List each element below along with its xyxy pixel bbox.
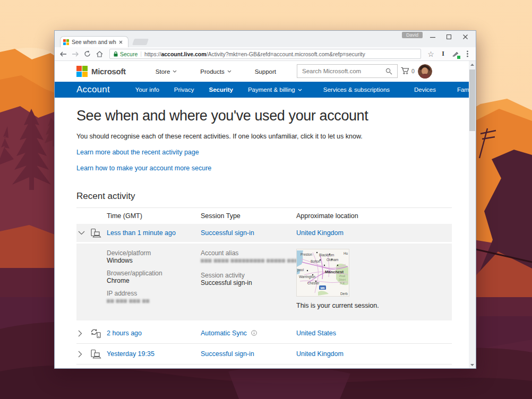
current-session-caption: This is your current session. — [296, 302, 379, 309]
table-row[interactable]: Less than 1 minute ago Successful sign-i… — [76, 224, 452, 242]
row-type-link[interactable]: Automatic Sync — [201, 329, 247, 337]
nav-security[interactable]: Security — [202, 86, 241, 93]
tab-close-icon[interactable] — [119, 40, 123, 44]
account-nav: Account Your info Privacy Security Payme… — [55, 82, 469, 98]
nav-payment-billing[interactable]: Payment & billing — [241, 86, 310, 93]
device-icon — [90, 228, 107, 238]
extension-i-icon[interactable]: I — [439, 49, 448, 58]
table-header-row: Time (GMT) Session Type Approximate loca… — [76, 208, 452, 224]
padlock-icon — [114, 51, 118, 57]
col-location: Approximate location — [296, 212, 452, 220]
sync-icon — [90, 328, 107, 339]
url-scheme: https:// — [144, 51, 161, 57]
map-label-chester: Chester — [307, 281, 320, 285]
page-scrollbar[interactable] — [469, 61, 476, 368]
url-separator: | — [140, 51, 142, 57]
microsoft-logo-icon — [76, 66, 88, 77]
close-button[interactable] — [457, 32, 474, 42]
header-nav-store[interactable]: Store — [144, 68, 189, 75]
info-icon[interactable] — [251, 330, 257, 336]
avatar[interactable] — [418, 64, 432, 79]
map-label-distri: Distri — [338, 278, 346, 281]
device-platform-value: Windows — [107, 257, 162, 264]
minimize-button[interactable] — [424, 32, 441, 42]
header-nav-support[interactable]: Support — [243, 68, 288, 75]
search-placeholder: Search Microsoft.com — [302, 68, 361, 74]
nav-your-info[interactable]: Your info — [128, 86, 167, 93]
link-learn-activity-page[interactable]: Learn more about the recent activity pag… — [76, 149, 447, 156]
url-path: /Activity?mkt=en-GB&refd=account.microso… — [207, 51, 365, 57]
map-label-hu: Hu — [344, 251, 348, 255]
url-bar[interactable]: Secure | https://account.live.com/Activi… — [109, 49, 421, 59]
cart-count: 0 — [411, 68, 415, 74]
row-location-link[interactable]: United States — [296, 329, 452, 337]
chevron-down-icon — [298, 89, 302, 91]
table-row[interactable]: Yesterday 19:35 Successful sign-in Unite… — [76, 344, 452, 365]
map-label-preston: Preston — [301, 253, 312, 256]
url-text[interactable]: https://account.live.com/Activity?mkt=en… — [144, 51, 365, 57]
session-detail-panel: Device/platform Windows Browser/applicat… — [76, 244, 452, 320]
browser-application-value: Chrome — [107, 277, 162, 284]
url-host: account.live.com — [161, 51, 206, 57]
microsoft-logo-text: Microsoft — [91, 67, 126, 76]
nav-privacy[interactable]: Privacy — [167, 86, 202, 93]
account-brand[interactable]: Account — [76, 84, 110, 95]
scroll-down-icon[interactable] — [469, 361, 476, 368]
activity-table: Time (GMT) Session Type Approximate loca… — [76, 207, 452, 368]
section-title: Recent activity — [76, 191, 447, 202]
location-map[interactable]: Preston Blackburn Hu Bolton Oldham pool … — [296, 249, 349, 297]
page-title: See when and where you've used your acco… — [76, 108, 447, 124]
row-location-link[interactable]: United Kingdom — [296, 350, 452, 358]
scroll-up-icon[interactable] — [469, 61, 476, 68]
tab-title: See when and where you — [72, 39, 116, 45]
row-time-link[interactable]: Less than 1 minute ago — [107, 229, 201, 237]
maximize-button[interactable] — [441, 32, 457, 42]
row-type-link[interactable]: Successful sign-in — [201, 350, 296, 358]
table-row[interactable]: 2 hours ago Automatic Sync — [76, 323, 452, 344]
map-label-warrington: Warrington — [299, 275, 315, 279]
map-label-pool: pool — [297, 268, 304, 272]
extension-badge — [457, 56, 460, 59]
row-time-link[interactable]: Yesterday 19:35 — [107, 350, 201, 358]
nav-services-subscriptions[interactable]: Services & subscriptions — [310, 86, 397, 93]
row-location-link[interactable]: United Kingdom — [296, 229, 452, 237]
col-time: Time (GMT) — [107, 212, 201, 220]
device-icon — [90, 349, 107, 359]
secure-badge[interactable]: Secure — [114, 51, 138, 57]
search-input[interactable]: Search Microsoft.com — [297, 64, 398, 78]
intro-text: You should recognise each of these recen… — [76, 133, 447, 140]
nav-devices[interactable]: Devices — [397, 86, 443, 93]
row-time-link[interactable]: 2 hours ago — [107, 329, 201, 337]
header-nav-products[interactable]: Products — [188, 68, 243, 75]
browser-application-label: Browser/application — [107, 270, 162, 277]
ip-address-label: IP address — [107, 290, 162, 297]
microsoft-logo[interactable]: Microsoft — [76, 66, 126, 77]
microsoft-header: Microsoft Store Products Support — [55, 61, 469, 82]
ip-address-redacted: ▆▆ ▆▆▆ ▆▆▆ ▆▆ — [107, 297, 162, 305]
row-type-link[interactable]: Successful sign-in — [201, 229, 296, 237]
extension-pen-icon[interactable] — [451, 49, 460, 58]
menu-dots-icon[interactable] — [463, 49, 472, 58]
home-button[interactable] — [95, 49, 104, 58]
browser-tab[interactable]: See when and where you — [60, 36, 128, 47]
chevron-down-icon[interactable] — [76, 231, 85, 235]
link-learn-secure-account[interactable]: Learn how to make your account more secu… — [76, 164, 447, 172]
new-tab-button[interactable] — [132, 39, 149, 45]
chevron-right-icon[interactable] — [76, 330, 82, 337]
reload-button[interactable] — [83, 49, 92, 58]
chevron-down-icon — [227, 70, 231, 73]
map-label-bolton: Bolton — [311, 259, 321, 263]
cart-button[interactable]: 0 — [401, 67, 415, 75]
search-icon[interactable] — [385, 68, 392, 75]
chrome-profile-badge[interactable]: David — [402, 32, 423, 38]
map-label-derb: Derb — [340, 292, 348, 296]
scrollbar-thumb[interactable] — [469, 70, 475, 131]
back-button[interactable] — [58, 49, 67, 58]
chevron-right-icon[interactable] — [76, 351, 82, 358]
forward-button[interactable] — [71, 49, 80, 58]
bookmark-star-icon[interactable]: ☆ — [426, 49, 435, 58]
microsoft-favicon — [63, 39, 69, 45]
browser-window: See when and where you David — [54, 30, 476, 369]
table-row[interactable]: Yesterday 18:58 Successful sign-in Unite… — [76, 365, 452, 368]
session-activity-value: Successful sign-in — [201, 279, 299, 287]
